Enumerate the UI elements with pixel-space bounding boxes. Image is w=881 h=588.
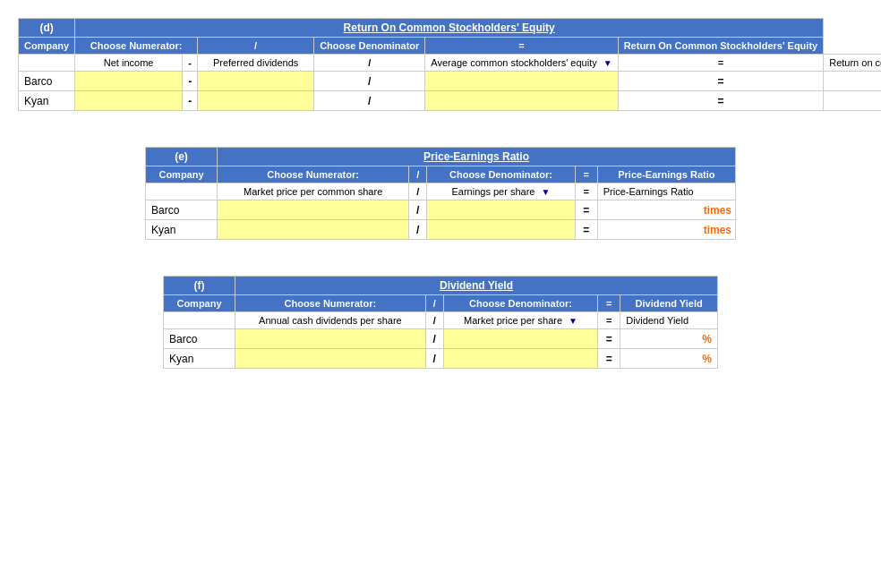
barco-result-f[interactable]: % [620,329,718,349]
denominator-f[interactable]: Market price per share ▼ [443,312,598,329]
col-denominator-e: Choose Denominator: [427,166,575,183]
barco-numerator-d[interactable] [75,72,183,91]
kyan-eq-e: = [575,220,597,240]
row-kyan-d: Kyan - / = % [19,91,882,111]
company-kyan-e: Kyan [146,220,218,240]
kyan-eq-f: = [598,349,620,369]
section-d: (d) Return On Common Stockholders' Equit… [18,18,863,111]
dropdown-indicator-f: ▼ [569,316,577,326]
section-e-header: (e) Price-Earnings Ratio [146,148,736,166]
col-slash-f: / [425,295,443,312]
kyan-unit-e: times [704,224,731,236]
kyan-slash-f: / [425,349,443,369]
barco-unit-e: times [704,204,731,217]
company-barco-e: Barco [146,200,218,220]
barco-slash-f: / [425,329,443,349]
subtractor-label-d: Preferred dividends [213,57,298,68]
kyan-result-f[interactable]: % [620,349,718,369]
denominator-label-f: Market price per share [464,315,562,326]
section-d-header: (d) Return On Common Stockholders' Equit… [19,19,882,38]
barco-result-d[interactable] [824,72,881,91]
kyan-result-e[interactable]: times [597,220,735,240]
denominator-d[interactable]: Average common stockholders' equity ▼ [425,55,618,72]
section-d-table: (d) Return On Common Stockholders' Equit… [18,18,881,111]
barco-denominator-e[interactable] [427,200,575,220]
barco-result-e[interactable]: times [597,200,735,220]
col-company-e: Company [146,166,218,183]
row-kyan-f: Kyan / = % [164,349,718,369]
col-numerator-d: Choose Numerator: [75,38,198,55]
result-label-f: Dividend Yield [620,312,718,329]
col-denominator-f: Choose Denominator: [443,295,598,312]
equals-formula-f: = [598,312,620,329]
section-e-subheader: Company Choose Numerator: / Choose Denom… [146,166,736,183]
result-label-d: Return on common stockholders' equity [824,55,881,72]
barco-op-d: - [183,72,198,91]
kyan-op-d: - [183,91,198,111]
kyan-numerator-e[interactable] [218,220,409,240]
denominator-label-d: Average common stockholders' equity [431,57,596,68]
col-slash-e: / [409,166,427,183]
col-numerator-e: Choose Numerator: [218,166,409,183]
section-d-formula: Net income - Preferred dividends / Avera… [19,55,882,72]
subtractor-d[interactable]: Preferred dividends [198,55,314,72]
section-e-id: (e) [146,148,218,166]
barco-subtractor-d[interactable] [198,72,314,91]
col-numerator-f: Choose Numerator: [235,295,426,312]
barco-slash-e: / [409,200,427,220]
formula-company-empty-e [146,183,218,200]
barco-eq-f: = [598,329,620,349]
col-equals-f: = [598,295,620,312]
section-e-formula: Market price per common share / Earnings… [146,183,736,200]
kyan-result-d[interactable] [824,91,881,111]
kyan-denominator-e[interactable] [427,220,575,240]
col-equals-d: = [425,38,618,55]
result-label-e: Price-Earnings Ratio [597,183,735,200]
formula-company-empty-d [19,55,75,72]
section-f-header: (f) Dividend Yield [164,277,718,295]
section-e-title: Price-Earnings Ratio [218,148,736,166]
barco-numerator-e[interactable] [218,200,409,220]
section-e-table: (e) Price-Earnings Ratio Company Choose … [145,147,736,240]
kyan-denominator-d[interactable] [425,91,618,111]
numerator-value-d: Net income [75,55,183,72]
barco-numerator-f[interactable] [235,329,426,349]
col-result-d: Return On Common Stockholders' Equity [618,38,824,55]
col-result-f: Dividend Yield [620,295,718,312]
slash-d: / [314,55,425,72]
section-d-id: (d) [19,19,75,38]
row-barco-e: Barco / = times [146,200,736,220]
barco-slash-d: / [314,72,425,91]
kyan-eq-d: = [618,91,824,111]
kyan-numerator-f[interactable] [235,349,426,369]
company-barco-f: Barco [164,329,235,349]
section-f-id: (f) [164,277,235,295]
numerator-value-e: Market price per common share [218,183,409,200]
dropdown-indicator-e: ▼ [542,187,551,197]
company-kyan-f: Kyan [164,349,235,369]
barco-denominator-f[interactable] [443,329,598,349]
row-barco-d: Barco - / = % [19,72,882,91]
equals-formula-d: = [618,55,824,72]
numerator-value-f: Annual cash dividends per share [235,312,426,329]
company-kyan-d: Kyan [19,91,75,111]
operator-minus-d: - [183,55,198,72]
denominator-label-e: Earnings per share [452,186,535,197]
equals-formula-e: = [575,183,597,200]
section-f-title: Dividend Yield [235,277,718,295]
row-barco-f: Barco / = % [164,329,718,349]
kyan-slash-d: / [314,91,425,111]
kyan-numerator-d[interactable] [75,91,183,111]
kyan-subtractor-d[interactable] [198,91,314,111]
col-company-d: Company [19,38,75,55]
slash-f: / [425,312,443,329]
section-f-formula: Annual cash dividends per share / Market… [164,312,718,329]
col-company-f: Company [164,295,235,312]
denominator-e[interactable]: Earnings per share ▼ [427,183,575,200]
col-denominator-d: Choose Denominator [314,38,425,55]
formula-company-empty-f [164,312,235,329]
section-f: (f) Dividend Yield Company Choose Numera… [18,276,863,369]
kyan-denominator-f[interactable] [443,349,598,369]
section-f-subheader: Company Choose Numerator: / Choose Denom… [164,295,718,312]
barco-denominator-d[interactable] [425,72,618,91]
